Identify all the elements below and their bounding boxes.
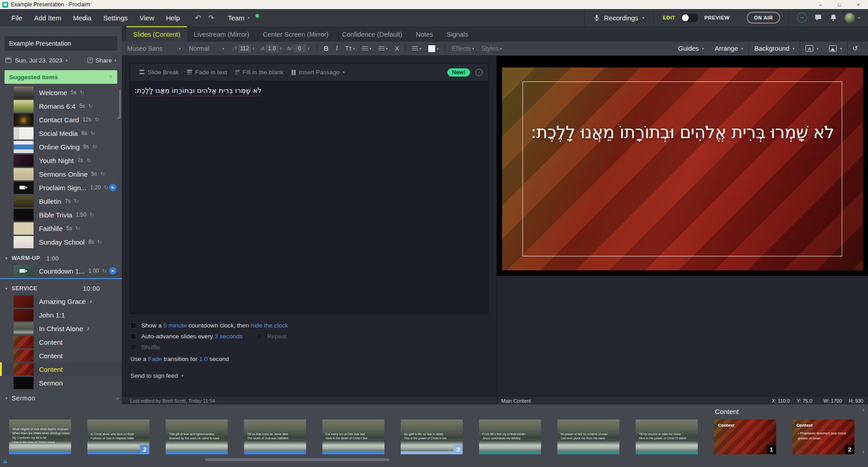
text-case-button[interactable]: Tᴛ▾	[341, 45, 359, 52]
menu-item[interactable]: Help	[160, 14, 186, 22]
menu-item[interactable]: Add Item	[28, 14, 67, 22]
suggested-item[interactable]: Bulletin 7s	[0, 194, 122, 208]
suggested-item[interactable]: Bible Trivia 1:50	[0, 208, 122, 221]
scroll-up-icon[interactable]: ▲	[862, 408, 865, 412]
play-badge-icon[interactable]	[109, 267, 116, 274]
transition-duration-link[interactable]: 1.0	[199, 356, 208, 362]
slide-hebrew-text[interactable]: לֹא שָׁמְרוּ בְּרִית אֱלֹהִים וּבְתוֹרָת…	[502, 122, 863, 142]
playlist-item[interactable]: Countdown 1... 1:00	[0, 264, 122, 278]
suggested-item[interactable]: Online Giving 9s	[0, 140, 122, 154]
line-height-input[interactable]: 1.0	[266, 44, 278, 53]
stepper-arrows[interactable]: ▲▼	[252, 47, 254, 51]
section-header-sermon[interactable]: ▾ Sermon	[0, 392, 122, 404]
slide-thumbnail[interactable]: In Christ alone who took on flesh Fullne…	[87, 419, 149, 454]
edit-preview-toggle[interactable]	[681, 14, 698, 22]
slide-thumbnail[interactable]: Context 1	[714, 419, 776, 454]
slide-thumbnail[interactable]: Till He returns or calls me home Here in…	[636, 419, 698, 454]
section-header-service[interactable]: ▾ SERVICE 10:00	[0, 283, 122, 294]
background-menu[interactable]: Background▾	[749, 45, 800, 52]
slide-thumbnail[interactable]: Till on that cross as Jesus died The wra…	[244, 419, 306, 454]
close-icon[interactable]: ×	[109, 73, 113, 81]
chat-icon[interactable]	[815, 14, 822, 21]
chevron-down-icon[interactable]: ▾	[5, 396, 8, 400]
scroll-down-icon[interactable]: ▼	[115, 397, 119, 401]
playlist-item[interactable]: Content	[0, 362, 122, 376]
team-menu[interactable]: Team ▾	[228, 9, 259, 26]
chevron-down-icon[interactable]: ▾	[858, 16, 860, 20]
output-tab[interactable]: Signals	[440, 26, 475, 42]
shuffle-checkbox[interactable]	[130, 344, 136, 350]
text-color-button[interactable]: ▾	[425, 45, 442, 52]
image-tool[interactable]: ▾	[824, 45, 847, 52]
suggested-item[interactable]: Sermons Online 5s	[0, 167, 122, 181]
playlist-item[interactable]: Sermon	[0, 376, 122, 390]
playlist-item[interactable]: In Christ Alone	[0, 322, 122, 335]
font-style-select[interactable]: Normal ▾	[189, 45, 224, 52]
suggested-item[interactable]: Sunday School 8s	[0, 235, 122, 249]
indent-button[interactable]: ▾	[375, 46, 391, 51]
countdown-minutes-link[interactable]: 5 minute	[163, 322, 187, 329]
slide-text-input[interactable]: לֹא שָׁמְרוּ בְּרִית אֱלֹהִים וּבְתוֹרָת…	[130, 81, 488, 100]
bold-button[interactable]: B	[320, 45, 332, 52]
play-badge-icon[interactable]	[109, 184, 116, 191]
send-to-sign-feed-menu[interactable]: Send to sign feed ▾	[130, 372, 496, 379]
countdown-checkbox[interactable]	[130, 323, 136, 328]
italic-button[interactable]: I	[332, 45, 341, 52]
recordings-menu[interactable]: Recordings ▾	[585, 9, 653, 26]
user-avatar[interactable]	[844, 13, 855, 23]
repeat-checkbox[interactable]	[256, 333, 262, 339]
playlist-item[interactable]: Amazing Grace	[0, 294, 122, 308]
sync-status-icon[interactable]: ···	[797, 13, 807, 23]
slide-thumbnail[interactable]: No guilt in life no fear in death This i…	[401, 419, 463, 454]
info-icon[interactable]: i	[475, 69, 483, 76]
slide-thumbnail[interactable]: This gift of love and righteousness Scor…	[166, 419, 228, 454]
suggested-item[interactable]: Proclaim Sign... 1:20	[0, 181, 122, 194]
redo-icon[interactable]: ↷	[208, 14, 214, 22]
close-button[interactable]: ×	[849, 0, 868, 9]
insert-passage-menu[interactable]: Insert Passage▾	[288, 69, 349, 76]
suggested-item[interactable]: Contact Card 12s	[0, 113, 122, 126]
effects-menu[interactable]: Effects▾	[448, 45, 478, 52]
minimize-button[interactable]: –	[811, 0, 830, 9]
auto-advance-checkbox[interactable]	[130, 333, 136, 339]
text-box-bounds[interactable]	[523, 82, 842, 256]
slide-thumbnail[interactable]: For every sin on Him was laid Here in th…	[322, 419, 384, 454]
output-tab[interactable]: Confidence (Default)	[335, 26, 409, 42]
playlist-item[interactable]: Content	[0, 349, 122, 362]
text-box-tool[interactable]: A▾	[800, 45, 824, 52]
chevron-down-icon[interactable]: ▾	[66, 58, 67, 63]
suggested-item[interactable]: Faithlife 5s	[0, 221, 122, 235]
clear-formatting-button[interactable]: X	[391, 45, 403, 52]
on-air-button[interactable]: ON AIR	[747, 12, 780, 24]
slide-break-button[interactable]: Slide Break	[135, 69, 183, 76]
chevron-down-icon[interactable]: ▾	[5, 256, 8, 260]
bullet-list-button[interactable]: ▾	[359, 46, 375, 51]
menu-item[interactable]: Media	[67, 14, 97, 22]
sidebar-scrollbar[interactable]	[119, 90, 121, 119]
font-size-input[interactable]: 112	[238, 44, 251, 53]
hide-clock-link[interactable]: hide the clock	[251, 322, 288, 329]
slide-thumbnail[interactable]: From life's first cry to final breath Je…	[479, 419, 541, 454]
letter-spacing-input[interactable]: 0	[293, 44, 306, 53]
stepper-arrows[interactable]: ▲▼	[307, 47, 310, 51]
notifications-bell-icon[interactable]	[830, 14, 837, 21]
font-family-select[interactable]: Museo Sans ▾	[127, 45, 181, 52]
suggested-item[interactable]: Youth Night 7s	[0, 154, 122, 167]
collapse-filmstrip-icon[interactable]: ⇊	[3, 459, 7, 465]
slide-preview[interactable]: לֹא שָׁמְרוּ בְּרִית אֱלֹהִים וּבְתוֹרָת…	[502, 67, 863, 270]
filmstrip-scrollbar[interactable]	[205, 458, 389, 461]
output-tab[interactable]: Slides (Content)	[126, 26, 187, 42]
align-button[interactable]: ▾	[408, 46, 425, 51]
styles-menu[interactable]: Styles▾	[478, 45, 505, 52]
suggested-item[interactable]: Social Media 6s	[0, 126, 122, 140]
output-tab[interactable]: Livestream (Mirror)	[187, 26, 256, 42]
menu-item[interactable]: View	[134, 14, 160, 22]
presentation-title-field[interactable]: Example Presentation	[5, 36, 117, 51]
guides-menu[interactable]: Guides▾	[672, 45, 709, 52]
output-tab[interactable]: Notes	[409, 26, 440, 42]
share-menu[interactable]: ↗ Share ▾	[87, 57, 116, 64]
section-header-warmup[interactable]: ▾ WARM-UP 1:00	[0, 252, 122, 264]
undo-icon[interactable]: ↶	[195, 14, 201, 22]
suggested-item[interactable]: Romans 6:4 5s	[0, 99, 122, 113]
playlist-item[interactable]: Content	[0, 335, 122, 349]
